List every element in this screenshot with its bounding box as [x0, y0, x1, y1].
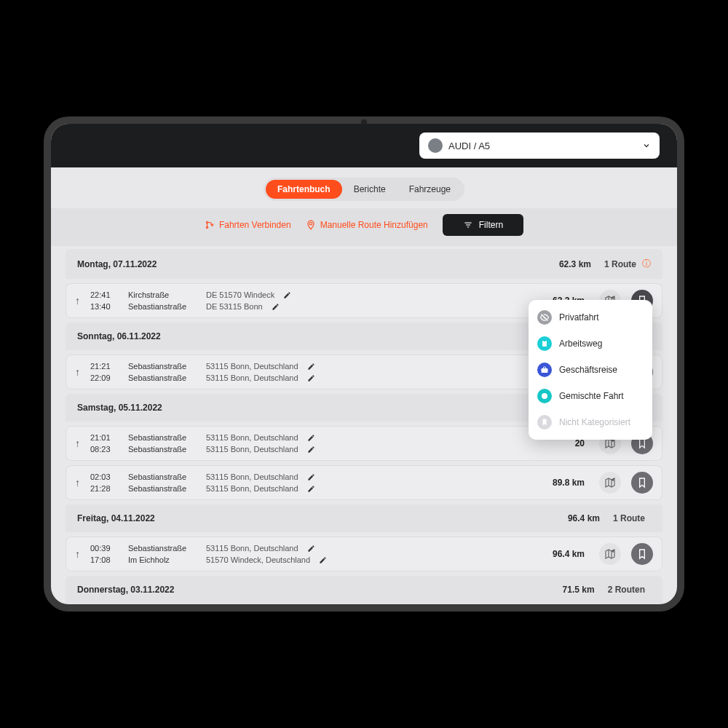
category-mixed[interactable]: Gemischte Fahrt: [529, 383, 652, 409]
direction-arrow: ↑: [75, 549, 80, 559]
filter-button[interactable]: Filtern: [443, 214, 523, 236]
pencil-icon[interactable]: [307, 446, 315, 454]
tab-logbook[interactable]: Fahrtenbuch: [266, 180, 342, 199]
svg-rect-37: [542, 368, 548, 373]
map-button[interactable]: [599, 543, 621, 565]
tab-bar: Fahrtenbuch Berichte Fahrzeuge: [51, 167, 677, 208]
eye-off-icon: [537, 310, 552, 325]
map-button[interactable]: [599, 472, 621, 494]
trip-card[interactable]: ↑02:0321:28Sebastianstraße53115 Bonn, De…: [66, 465, 662, 500]
trip-times: 21:0108:23: [90, 433, 118, 454]
day-route-count: 1 Route: [604, 259, 636, 269]
trip-distance: 20: [575, 438, 585, 448]
trip-locations: KirchstraßeDE 51570 WindeckSebastianstra…: [128, 290, 542, 311]
day-header: Donnerstag, 03.11.202271.5 km2 Routen: [66, 576, 662, 604]
warning-icon: ⓘ: [642, 258, 651, 270]
bookmark-icon: [636, 477, 648, 488]
day-distance: 96.4 km: [568, 513, 600, 523]
trip-times: 21:2122:09: [90, 362, 118, 382]
category-popover: Privatfahrt Arbeitsweg Geschäftsreise Ge…: [529, 300, 652, 440]
day-distance: 71.5 km: [563, 585, 595, 595]
trip-times: 22:4113:40: [90, 290, 118, 311]
pencil-icon[interactable]: [307, 374, 315, 382]
category-private[interactable]: Privatfahrt: [529, 304, 652, 331]
tablet-frame: AUDI / A5 Fahrtenbuch Berichte Fahrzeuge…: [44, 116, 684, 612]
trip-locations: Sebastianstraße53115 Bonn, DeutschlandSe…: [128, 362, 589, 382]
category-button[interactable]: [631, 472, 653, 494]
day-date: Montag, 07.11.2022: [77, 259, 559, 269]
branch-icon: [205, 220, 215, 230]
svg-point-38: [542, 393, 547, 399]
chevron-down-icon: [642, 141, 651, 150]
svg-rect-36: [544, 340, 546, 341]
category-none[interactable]: Nicht Kategorisiert: [529, 409, 652, 435]
svg-rect-35: [542, 341, 547, 347]
svg-point-3: [309, 223, 312, 226]
day-distance: 62.3 km: [559, 259, 591, 269]
bookmark-icon: [636, 548, 648, 560]
pencil-icon[interactable]: [307, 485, 315, 493]
map-icon: [604, 548, 616, 560]
pencil-icon[interactable]: [307, 545, 315, 553]
app-screen: AUDI / A5 Fahrtenbuch Berichte Fahrzeuge…: [51, 124, 677, 604]
bookmark-icon: [537, 415, 552, 430]
direction-arrow: ↑: [75, 367, 80, 377]
pencil-icon[interactable]: [307, 473, 315, 481]
briefcase-icon: [537, 363, 552, 377]
trip-locations: Sebastianstraße53115 Bonn, DeutschlandSe…: [128, 472, 542, 493]
trip-card[interactable]: ↑00:3917:08Sebastianstraße53115 Bonn, De…: [66, 537, 662, 571]
direction-arrow: ↑: [75, 478, 80, 488]
day-header: Montag, 07.11.202262.3 km1 Routeⓘ: [66, 249, 662, 279]
day-route-count: 1 Route: [613, 513, 645, 523]
day-route-count: 2 Routen: [608, 585, 645, 595]
day-date: Freitag, 04.11.2022: [77, 513, 568, 523]
svg-point-22: [612, 478, 614, 480]
filter-icon: [463, 220, 473, 230]
category-commute[interactable]: Arbeitsweg: [529, 331, 652, 357]
pencil-icon[interactable]: [319, 556, 327, 564]
trip-locations: Sebastianstraße53115 Bonn, DeutschlandSe…: [128, 433, 565, 454]
mixed-icon: [537, 389, 552, 403]
top-bar: AUDI / A5: [51, 124, 677, 167]
trip-locations: Sebastianstraße53115 Bonn, DeutschlandIm…: [128, 544, 542, 564]
vehicle-label: AUDI / A5: [448, 141, 636, 151]
vehicle-selector[interactable]: AUDI / A5: [419, 132, 660, 159]
vehicle-avatar: [428, 138, 443, 153]
direction-arrow: ↑: [75, 296, 80, 306]
map-pin-icon: [306, 220, 316, 230]
direction-arrow: ↑: [75, 438, 80, 448]
svg-point-26: [612, 550, 614, 552]
trip-distance: 89.8 km: [553, 478, 585, 488]
day-date: Donnerstag, 03.11.2022: [77, 585, 563, 595]
svg-point-0: [206, 221, 207, 223]
add-manual-route-button[interactable]: Manuelle Route Hinzufügen: [306, 214, 428, 236]
category-business[interactable]: Geschäftsreise: [529, 357, 652, 383]
trip-times: 00:3917:08: [90, 544, 118, 564]
pencil-icon[interactable]: [307, 363, 315, 371]
day-header: Freitag, 04.11.202296.4 km1 Route: [66, 505, 662, 532]
pencil-icon[interactable]: [307, 434, 315, 442]
svg-point-1: [206, 226, 207, 228]
svg-point-10: [612, 296, 614, 298]
map-icon: [604, 477, 616, 488]
clipboard-icon: [537, 336, 552, 351]
category-button[interactable]: [631, 543, 653, 565]
pencil-icon[interactable]: [283, 291, 291, 299]
trip-distance: 96.4 km: [553, 549, 585, 559]
tab-vehicles[interactable]: Fahrzeuge: [397, 180, 462, 199]
connect-trips-button[interactable]: Fahrten Verbinden: [205, 214, 291, 236]
trip-times: 02:0321:28: [90, 472, 118, 493]
action-bar: Fahrten Verbinden Manuelle Route Hinzufü…: [51, 208, 677, 246]
pencil-icon[interactable]: [272, 303, 280, 311]
tab-reports[interactable]: Berichte: [342, 180, 397, 199]
